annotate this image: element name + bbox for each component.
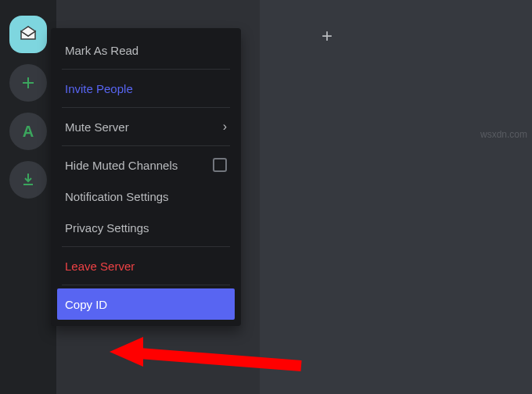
menu-divider — [62, 107, 230, 108]
menu-label: Invite People — [65, 82, 133, 95]
plus-icon: + — [322, 25, 332, 46]
checkbox-icon — [213, 158, 227, 172]
menu-mark-as-read[interactable]: Mark As Read — [57, 34, 235, 66]
server-letter-icon: A — [23, 123, 34, 141]
menu-privacy-settings[interactable]: Privacy Settings — [57, 212, 235, 243]
chevron-right-icon: › — [223, 120, 227, 134]
server-sidebar: A — [0, 0, 56, 394]
menu-divider — [62, 246, 230, 247]
menu-divider — [62, 69, 230, 70]
menu-label: Mute Server — [65, 120, 129, 134]
menu-hide-muted-channels[interactable]: Hide Muted Channels — [57, 149, 235, 181]
envelope-icon — [19, 25, 38, 44]
server-icon-download[interactable] — [9, 161, 47, 199]
menu-notification-settings[interactable]: Notification Settings — [57, 181, 235, 212]
menu-leave-server[interactable]: Leave Server — [57, 250, 235, 281]
download-icon — [19, 170, 38, 189]
menu-mute-server[interactable]: Mute Server › — [57, 111, 235, 142]
add-channel-button[interactable]: + — [322, 25, 332, 47]
main-content — [260, 0, 532, 394]
server-context-menu: Mark As Read Invite People Mute Server ›… — [51, 28, 241, 326]
menu-label: Copy ID — [65, 298, 107, 311]
watermark: wsxdn.com — [480, 129, 527, 140]
server-icon-add[interactable] — [9, 64, 47, 102]
menu-divider — [62, 285, 230, 285]
server-icon-active[interactable] — [9, 16, 47, 53]
server-icon-logo[interactable]: A — [9, 113, 47, 150]
menu-copy-id[interactable]: Copy ID — [57, 288, 235, 320]
menu-label: Privacy Settings — [65, 221, 149, 235]
menu-label: Hide Muted Channels — [65, 159, 178, 172]
menu-label: Mark As Read — [65, 44, 138, 57]
menu-label: Leave Server — [65, 260, 135, 273]
plus-icon — [19, 73, 38, 92]
menu-label: Notification Settings — [65, 190, 169, 203]
menu-divider — [62, 145, 230, 146]
menu-invite-people[interactable]: Invite People — [57, 73, 235, 104]
